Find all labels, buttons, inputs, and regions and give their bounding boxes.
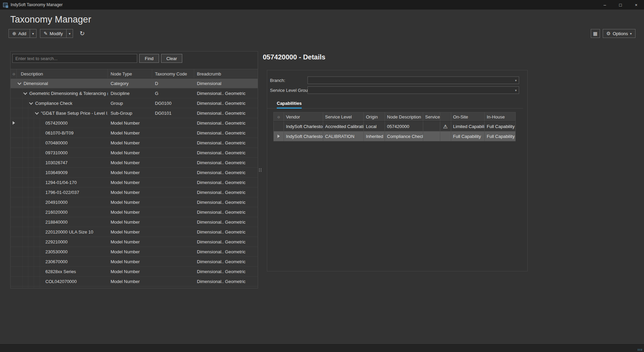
maximize-button[interactable]: □ [613, 0, 628, 10]
refresh-button[interactable]: ↻ [78, 29, 87, 38]
tree-row-description: Geometric Dimensioning & Tolerancing (GD… [17, 88, 108, 98]
tree-row[interactable]: 1294-01/04-170Model NumberDimensional.. … [11, 178, 258, 187]
tree-row[interactable]: 230530000Model NumberDimensional.. Geome… [11, 247, 258, 257]
details-box: Branch: ▾ Service Level Group: ▾ Capabil… [267, 70, 528, 271]
add-dropdown-button[interactable]: ▾ [30, 29, 36, 38]
find-button[interactable]: Find [139, 54, 159, 63]
column-header-origin[interactable]: Origin [364, 112, 385, 121]
tree-row-breadcrumb: Dimensional.. Geometric [194, 237, 258, 247]
tree-row[interactable]: COL042070000Model NumberDimensional.. Ge… [11, 277, 258, 286]
tree-row-taxonomy-code: DG0100 [152, 98, 194, 108]
tree-row[interactable]: 220120000 ULA Size 10Model NumberDimensi… [11, 227, 258, 237]
tree-row-label: 103026747 [45, 160, 68, 165]
row-indicator-cell [11, 277, 17, 286]
tree-row[interactable]: 103649009Model NumberDimensional.. Geome… [11, 168, 258, 178]
chevron-down-icon[interactable] [29, 101, 33, 104]
tree-row-label: 220120000 ULA Size 10 [45, 229, 93, 235]
options-button[interactable]: ⚙ Options ▾ [603, 29, 635, 38]
window-controls: – □ × [597, 0, 644, 10]
minimize-button[interactable]: – [597, 0, 613, 10]
column-header-description[interactable]: Description [17, 69, 108, 78]
tree-row-label: 1796-01-022/037 [45, 190, 79, 195]
indent-guide [34, 118, 40, 128]
modify-button[interactable]: ✎ Modify [40, 29, 66, 38]
branch-dropdown[interactable]: ▾ [307, 76, 519, 84]
column-chooser-icon[interactable]: ☼ [11, 69, 17, 78]
tree-row[interactable]: Compliance CheckGroupDG0100Dimensional..… [11, 98, 258, 108]
tree-row-breadcrumb: Dimensional.. Geometric [194, 168, 258, 177]
resize-grip[interactable] [638, 349, 643, 351]
capability-node-description: 057420000 [385, 122, 423, 131]
tree-row[interactable]: 103026747Model NumberDimensional.. Geome… [11, 158, 258, 168]
indent-guide [23, 237, 28, 247]
tree-row[interactable]: 070480000Model NumberDimensional.. Geome… [11, 138, 258, 148]
column-header-in-house[interactable]: In-House [485, 112, 515, 121]
indent-guide [28, 286, 34, 288]
tree-row-description: 218840000 [17, 217, 108, 227]
indent-guide [34, 148, 40, 157]
tree-row[interactable]: "GD&T Base Setup Price - Level I, NonSub… [11, 108, 258, 118]
branch-label: Branch: [270, 78, 285, 83]
service-level-group-dropdown[interactable]: ▾ [307, 86, 519, 94]
tree-row[interactable]: Geometric Dimensioning & Tolerancing (GD… [11, 88, 258, 98]
chevron-down-icon[interactable] [17, 81, 21, 85]
column-header-service-level[interactable]: Service Level [323, 112, 364, 121]
chevron-down-icon[interactable] [23, 91, 27, 95]
close-button[interactable]: × [628, 0, 644, 10]
indent-guide [17, 168, 23, 177]
tree-row-label: 230530000 [45, 249, 68, 254]
tree-row-taxonomy-code [152, 168, 194, 177]
indent-guide [28, 267, 34, 276]
column-header-taxonomy-code[interactable]: Taxonomy Code [152, 69, 194, 78]
tree-row[interactable]: 097310000Model NumberDimensional.. Geome… [11, 148, 258, 158]
tree-row-description: COL042070000 [17, 277, 108, 286]
tree-row[interactable]: 218840000Model NumberDimensional.. Geome… [11, 217, 258, 227]
column-header-service[interactable]: Service [423, 112, 440, 121]
modify-split-button: ✎ Modify ▾ [40, 29, 73, 38]
column-header-node-type[interactable]: Node Type [108, 69, 152, 78]
indent-guide [17, 247, 23, 256]
tree-row[interactable]: 62828xx SeriesModel NumberDimensional.. … [11, 267, 258, 277]
tree-row[interactable]: 216020000Model NumberDimensional.. Geome… [11, 207, 258, 217]
capability-row[interactable]: IndySoft CharlestonCALIBRATIONInheritedC… [273, 131, 516, 141]
panel-splitter[interactable] [258, 51, 262, 288]
column-header-breadcrumb[interactable]: Breadcrumb [194, 69, 258, 78]
tree-row[interactable]: 061070-B/T09Model NumberDimensional.. Ge… [11, 128, 258, 138]
tree-row[interactable]: COL996701923Model NumberDimensional.. Ge… [11, 286, 258, 288]
clear-button[interactable]: Clear [161, 54, 182, 63]
capability-row[interactable]: IndySoft CharlestonAccredited Calibratio… [273, 122, 516, 131]
modify-dropdown-button[interactable]: ▾ [66, 29, 73, 38]
indent-guide [34, 168, 40, 177]
search-input[interactable] [12, 54, 137, 63]
column-header-node-description[interactable]: Node Description [385, 112, 423, 121]
tree-row[interactable]: 230670000Model NumberDimensional.. Geome… [11, 257, 258, 267]
tree-row-description: 220120000 ULA Size 10 [17, 227, 108, 237]
capability-origin: Local [364, 122, 385, 131]
tree-row-node-type: Model Number [108, 158, 152, 167]
indent-guide [17, 98, 23, 108]
tree-row-description: 62828xx Series [17, 267, 108, 276]
capability-vendor: IndySoft Charleston [284, 131, 323, 141]
tree-row-node-type: Discipline [108, 88, 152, 98]
chevron-down-icon[interactable] [35, 111, 39, 114]
tree-row[interactable]: 057420000Model NumberDimensional.. Geome… [11, 118, 258, 128]
column-header-vendor[interactable]: Vendor [284, 112, 323, 121]
add-button[interactable]: ⊕ Add [9, 29, 30, 38]
column-header-blank[interactable] [440, 112, 451, 121]
tree-row-breadcrumb: Dimensional.. Geometric [194, 118, 258, 128]
tree-row[interactable]: DimensionalCategoryDDimensional [11, 79, 258, 88]
tree-row-taxonomy-code [152, 277, 194, 286]
grid-view-button[interactable]: ▦ [591, 29, 600, 38]
tree-row[interactable]: 1796-01-022/037Model NumberDimensional..… [11, 187, 258, 197]
column-header-on-site[interactable]: On-Site [451, 112, 485, 121]
tree-row[interactable]: 229210000Model NumberDimensional.. Geome… [11, 237, 258, 247]
column-chooser-icon[interactable]: ☼ [274, 112, 284, 121]
indent-guide [17, 118, 23, 128]
indent-guide [34, 237, 40, 247]
indent-guide [17, 286, 23, 288]
tab-capabilities[interactable]: Capabilities [277, 99, 302, 109]
tree-row[interactable]: 204910000Model NumberDimensional.. Geome… [11, 197, 258, 207]
tree-row-taxonomy-code [152, 257, 194, 266]
tree-row-taxonomy-code [152, 178, 194, 187]
row-indicator-cell [11, 118, 17, 128]
